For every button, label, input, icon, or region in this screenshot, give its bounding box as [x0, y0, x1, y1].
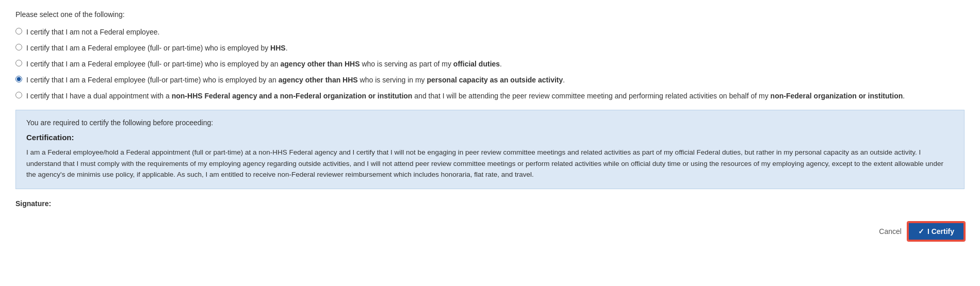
certification-title: Certification: — [26, 133, 954, 142]
footer-actions: Cancel ✓ I Certify — [15, 218, 965, 241]
signature-section: Signature: — [15, 199, 965, 208]
radio-input-5[interactable] — [15, 92, 22, 98]
radio-option-1[interactable]: I certify that I am not a Federal employ… — [15, 27, 965, 38]
radio-input-2[interactable] — [15, 44, 22, 51]
required-text: You are required to certify the followin… — [26, 119, 954, 127]
radio-label-5: I certify that I have a dual appointment… — [26, 91, 905, 102]
page-instructions: Please select one of the following: — [15, 10, 965, 19]
radio-group: I certify that I am not a Federal employ… — [15, 27, 965, 102]
certification-body: I am a Federal employee/hold a Federal a… — [26, 147, 954, 180]
cancel-button[interactable]: Cancel — [879, 227, 902, 235]
checkmark-icon: ✓ — [918, 227, 924, 235]
radio-input-3[interactable] — [15, 60, 22, 66]
radio-option-5[interactable]: I certify that I have a dual appointment… — [15, 91, 965, 102]
radio-option-2[interactable]: I certify that I am a Federal employee (… — [15, 43, 965, 54]
signature-label: Signature: — [15, 199, 51, 208]
radio-label-1: I certify that I am not a Federal employ… — [26, 27, 159, 38]
radio-option-4[interactable]: I certify that I am a Federal employee (… — [15, 75, 965, 86]
radio-label-3: I certify that I am a Federal employee (… — [26, 59, 502, 70]
radio-option-3[interactable]: I certify that I am a Federal employee (… — [15, 59, 965, 70]
radio-input-1[interactable] — [15, 28, 22, 35]
radio-label-4: I certify that I am a Federal employee (… — [26, 75, 565, 86]
certify-label: I Certify — [927, 227, 954, 235]
radio-label-2: I certify that I am a Federal employee (… — [26, 43, 288, 54]
certification-box: You are required to certify the followin… — [15, 110, 965, 189]
radio-input-4[interactable] — [15, 76, 22, 82]
certify-button[interactable]: ✓ I Certify — [908, 222, 965, 241]
